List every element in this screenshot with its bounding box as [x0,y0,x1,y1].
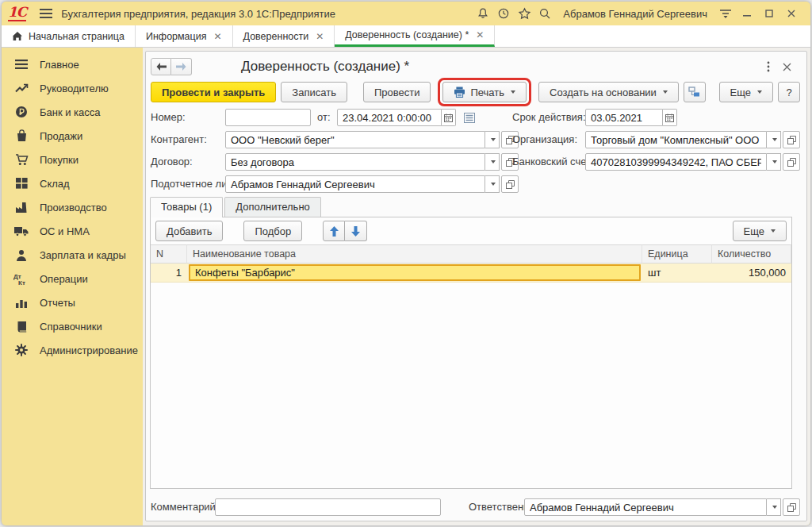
calendar-picker-button[interactable] [663,109,677,126]
tab-close-icon[interactable]: ✕ [214,31,222,42]
unit-cell[interactable]: шт [642,264,712,283]
tab-goods[interactable]: Товары (1) [150,197,223,217]
table-more-button[interactable]: Еще [733,221,787,241]
sidebar-item-reports[interactable]: Отчеты [2,290,143,314]
item-name-cell[interactable]: Конфеты "Барбарис" [187,264,642,283]
counterparty-input[interactable] [225,131,485,148]
goods-table: N Наименование товара Единица Количество… [151,244,791,283]
responsible-open-button[interactable] [783,498,800,516]
more-dots-icon[interactable] [767,61,783,72]
move-up-button[interactable] [323,221,345,241]
minimize-button[interactable] [736,5,758,22]
bank-account-dropdown-button[interactable] [767,153,781,171]
bank-account-open-button[interactable] [783,153,800,171]
tab-close-icon[interactable]: ✕ [476,29,484,40]
accountable-person-dropdown-button[interactable] [485,175,500,193]
calendar-icon [665,113,674,122]
responsible-dropdown-button[interactable] [767,498,781,516]
service-menu-icon[interactable] [715,5,736,22]
list-icon [464,113,475,123]
contract-dropdown-button[interactable] [485,153,500,171]
comment-label: Комментарий: [151,498,219,516]
window-tab-bar: Начальная страница Информация ✕ Доверенн… [2,25,810,48]
related-documents-button[interactable] [684,82,706,102]
tab-power-of-attorney-new[interactable]: Доверенность (создание) * ✕ [335,25,495,47]
post-button[interactable]: Провести [363,82,431,102]
col-header-qty[interactable]: Количество [712,244,791,264]
favorites-star-icon[interactable] [514,5,534,22]
tab-additional[interactable]: Дополнительно [224,197,321,217]
goods-table-section: Добавить Подбор [150,217,792,489]
more-button[interactable]: Еще [719,82,773,102]
sidebar-item-fixed-assets[interactable]: ОС и НМА [2,219,143,243]
bar-chart-icon [13,295,29,310]
sidebar-item-directories[interactable]: Справочники [2,314,143,338]
number-input[interactable] [225,109,311,126]
sidebar-item-administration[interactable]: Администрирование [2,338,143,362]
form-close-icon[interactable] [783,63,800,71]
document-structure-icon [688,87,700,98]
truck-icon [13,224,29,238]
post-and-close-button[interactable]: Провести и закрыть [151,82,276,102]
sidebar-item-operations[interactable]: ДтКт Операции [2,267,143,290]
row-number-cell[interactable]: 1 [151,264,187,283]
bank-account-input[interactable] [585,153,767,171]
pick-button[interactable]: Подбор [243,221,302,241]
document-journal-button[interactable] [462,109,477,126]
tab-close-icon[interactable]: ✕ [316,31,324,42]
tab-information[interactable]: Информация ✕ [136,25,233,47]
help-button[interactable]: ? [778,82,800,102]
date-input[interactable] [337,109,442,126]
sidebar-item-bank-cash[interactable]: Банк и касса [2,100,143,124]
organization-input[interactable] [585,131,767,148]
quantity-cell[interactable]: 150,000 [712,264,791,283]
accountable-person-input[interactable] [225,175,485,193]
sidebar-item-warehouse[interactable]: Склад [2,171,143,195]
validity-date-input[interactable] [585,109,663,126]
dropdown-caret-icon [491,183,496,186]
sidebar-item-main[interactable]: Главное [2,52,143,76]
history-icon[interactable] [493,5,514,22]
accountable-person-open-button[interactable] [501,175,519,193]
factory-icon [13,200,29,214]
print-button[interactable]: Печать [442,82,527,102]
comment-input[interactable] [215,498,441,516]
sidebar-item-production[interactable]: Производство [2,195,143,219]
create-based-on-button[interactable]: Создать на основании [538,82,679,102]
nav-forward-button[interactable] [171,58,192,75]
goods-table-toolbar: Добавить Подбор [151,217,791,244]
tab-powers-of-attorney-list[interactable]: Доверенности ✕ [233,25,335,47]
sidebar-item-sales[interactable]: Продажи [2,124,143,148]
move-down-button[interactable] [345,221,367,241]
arrow-down-icon [351,226,360,237]
col-header-name[interactable]: Наименование товара [187,244,642,264]
contract-input[interactable] [225,153,485,171]
close-button[interactable] [780,5,802,22]
maximize-button[interactable] [758,5,780,22]
calendar-picker-button[interactable] [442,109,456,126]
responsible-input[interactable] [524,498,767,516]
arrow-right-icon [176,63,186,71]
organization-open-button[interactable] [783,131,800,148]
sidebar-item-purchases[interactable]: Покупки [2,148,143,171]
sidebar-item-payroll-hr[interactable]: Зарплата и кадры [2,243,143,267]
tab-home[interactable]: Начальная страница [2,25,136,47]
col-header-unit[interactable]: Единица [642,244,712,264]
dropdown-caret-icon [663,90,668,94]
counterparty-dropdown-button[interactable] [485,131,500,148]
search-icon[interactable] [534,5,555,22]
table-empty-area[interactable] [151,283,791,488]
notifications-bell-icon[interactable] [473,5,493,22]
nav-back-button[interactable] [151,58,171,75]
main-area: Доверенность (создание) * Провести и зак… [143,48,810,525]
dropdown-caret-icon [757,90,762,94]
main-menu-icon[interactable] [36,5,56,22]
current-user[interactable]: Абрамов Геннадий Сергеевич [563,8,707,20]
write-button[interactable]: Записать [281,82,347,102]
col-header-n[interactable]: N [151,244,187,264]
add-row-button[interactable]: Добавить [155,221,223,241]
organization-dropdown-button[interactable] [767,131,781,148]
selected-cell[interactable]: Конфеты "Барбарис" [189,264,641,281]
document-toolbar: Провести и закрыть Записать Провести Печ… [146,79,806,106]
sidebar-item-manager[interactable]: Руководителю [2,76,143,100]
